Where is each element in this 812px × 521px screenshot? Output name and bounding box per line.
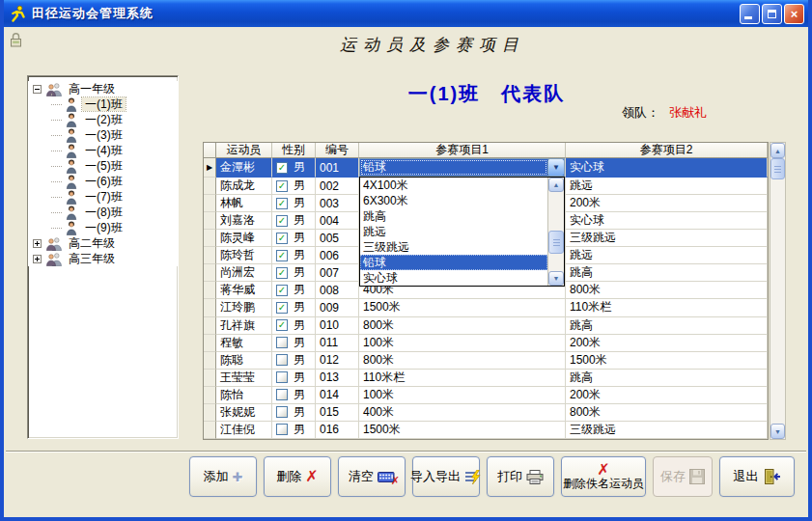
number-cell[interactable]: 016 — [316, 422, 359, 439]
table-row[interactable]: 孔祥旗✓男010800米跳高 — [204, 317, 768, 335]
clear-button[interactable]: 清空✗ — [338, 456, 406, 497]
tree-node-class[interactable]: 一(2)班 — [28, 112, 178, 127]
gender-cell[interactable]: ✓男 — [272, 299, 316, 316]
dropdown-scroll-thumb[interactable] — [548, 231, 564, 254]
gender-cell[interactable]: 男 — [272, 422, 316, 439]
col-number[interactable]: 编号 — [316, 143, 359, 158]
number-cell[interactable]: 012 — [316, 352, 359, 370]
event2-cell[interactable]: 三级跳远 — [566, 422, 768, 439]
athlete-name-cell[interactable]: 陈成龙 — [216, 178, 272, 195]
table-row[interactable]: 陈聪男012800米1500米 — [204, 352, 768, 370]
gender-checkbox[interactable] — [276, 354, 288, 366]
gender-checkbox[interactable]: ✓ — [276, 250, 288, 261]
gender-checkbox[interactable] — [276, 389, 288, 400]
event2-cell[interactable]: 跳高 — [566, 264, 768, 282]
athlete-name-cell[interactable]: 程敏 — [216, 335, 272, 352]
athlete-name-cell[interactable]: 江佳倪 — [216, 422, 272, 439]
athlete-name-cell[interactable]: 蒋华威 — [216, 282, 272, 299]
gender-checkbox[interactable]: ✓ — [276, 285, 288, 296]
maximize-button[interactable] — [762, 4, 782, 24]
col-event1[interactable]: 参赛项目1 — [359, 143, 566, 158]
event2-cell[interactable]: 实心球 — [566, 158, 768, 178]
gender-cell[interactable]: ✓男 — [272, 158, 316, 178]
number-cell[interactable]: 010 — [316, 317, 359, 335]
athlete-name-cell[interactable]: 王莹莹 — [216, 370, 272, 387]
athlete-name-cell[interactable]: 陈怡 — [216, 387, 272, 404]
gender-checkbox[interactable]: ✓ — [276, 198, 288, 209]
table-row[interactable]: 陈怡男014100米200米 — [204, 387, 768, 404]
dropdown-option[interactable]: 三级跳远 — [360, 239, 547, 255]
col-event2[interactable]: 参赛项目2 — [566, 143, 768, 158]
gender-cell[interactable]: ✓男 — [272, 247, 316, 264]
table-row[interactable]: 程敏男011100米200米 — [204, 335, 768, 352]
gender-checkbox[interactable]: ✓ — [276, 302, 288, 314]
athlete-name-cell[interactable]: 张妮妮 — [216, 404, 272, 422]
exit-button[interactable]: 退出 — [719, 456, 795, 497]
combobox-arrow-icon[interactable]: ▼ — [547, 159, 564, 176]
close-button[interactable]: × — [784, 4, 804, 24]
gender-cell[interactable]: 男 — [272, 352, 316, 370]
athlete-name-cell[interactable]: 陈灵峰 — [216, 230, 272, 247]
print-button[interactable]: 打印 — [487, 456, 554, 497]
add-button[interactable]: 添加✚ — [189, 456, 257, 497]
gender-cell[interactable]: ✓男 — [272, 230, 316, 247]
gender-cell[interactable]: ✓男 — [272, 212, 316, 230]
event1-combobox[interactable]: 铅球▼ — [359, 158, 565, 177]
expand-icon[interactable] — [33, 239, 42, 248]
table-row[interactable]: ▶金潭彬✓男001铅球▼实心球 — [204, 158, 768, 178]
table-row[interactable]: 张妮妮男015400米800米 — [204, 404, 768, 422]
athlete-name-cell[interactable]: 江玲鹏 — [216, 299, 272, 316]
gender-checkbox[interactable] — [276, 371, 288, 383]
event2-cell[interactable]: 跳高 — [566, 317, 768, 335]
athlete-name-cell[interactable]: 陈聪 — [216, 352, 272, 370]
athlete-name-cell[interactable]: 刘嘉洛 — [216, 212, 272, 230]
event2-cell[interactable]: 1500米 — [566, 352, 768, 370]
combobox-value[interactable]: 铅球 — [360, 159, 547, 176]
scroll-down-icon[interactable]: ▼ — [770, 424, 785, 439]
dropdown-scroll-up-icon[interactable]: ▲ — [548, 178, 564, 192]
gender-cell[interactable]: 男 — [272, 335, 316, 352]
event2-cell[interactable]: 三级跳远 — [566, 230, 768, 247]
number-cell[interactable]: 014 — [316, 387, 359, 404]
tree-node-class[interactable]: 一(5)班 — [28, 158, 178, 174]
event2-cell[interactable]: 200米 — [566, 387, 768, 404]
gender-cell[interactable]: ✓男 — [272, 282, 316, 299]
dropdown-scroll-track[interactable] — [548, 192, 564, 271]
col-gender[interactable]: 性别 — [272, 143, 316, 158]
tree-node-grade-2[interactable]: 高二年级 — [28, 235, 178, 251]
delete-unnamed-button[interactable]: ✗删除佚名运动员 — [561, 456, 646, 497]
dropdown-scrollbar[interactable]: ▲ ▼ — [547, 178, 564, 286]
tree-node-class[interactable]: 一(6)班 — [28, 174, 178, 189]
dropdown-option[interactable]: 跳高 — [360, 208, 547, 224]
event2-cell[interactable]: 跳远 — [566, 178, 768, 195]
dropdown-option[interactable]: 6X300米 — [360, 193, 547, 208]
tree-node-class[interactable]: 一(7)班 — [28, 189, 178, 205]
athlete-name-cell[interactable]: 尚洲宏 — [216, 264, 272, 282]
gender-cell[interactable]: ✓男 — [272, 317, 316, 335]
number-cell[interactable]: 008 — [316, 282, 359, 299]
event2-cell[interactable]: 110米栏 — [566, 299, 768, 316]
table-row[interactable]: 江佳倪男0161500米三级跳远 — [204, 422, 768, 439]
event1-cell[interactable]: 100米 — [359, 387, 566, 404]
event2-cell[interactable]: 实心球 — [566, 212, 768, 230]
table-row[interactable]: 王莹莹男013110米栏跳高 — [204, 370, 768, 387]
athlete-name-cell[interactable]: 陈玲哲 — [216, 247, 272, 264]
tree-node-class[interactable]: 一(1)班 — [28, 96, 178, 112]
table-scrollbar[interactable]: ▲ ▼ — [770, 142, 786, 440]
tree-node-class[interactable]: 一(4)班 — [28, 143, 178, 158]
gender-cell[interactable]: 男 — [272, 404, 316, 422]
expand-icon[interactable] — [33, 255, 42, 263]
import-export-button[interactable]: 导入导出 — [412, 456, 480, 497]
event1-cell[interactable]: 110米栏 — [359, 370, 566, 387]
number-cell[interactable]: 004 — [316, 212, 359, 230]
tree-node-class[interactable]: 一(3)班 — [28, 127, 178, 143]
gender-checkbox[interactable]: ✓ — [276, 162, 288, 174]
gender-checkbox[interactable]: ✓ — [276, 267, 288, 279]
gender-checkbox[interactable]: ✓ — [276, 215, 288, 227]
event1-cell[interactable]: 800米 — [359, 352, 566, 370]
number-cell[interactable]: 015 — [316, 404, 359, 422]
number-cell[interactable]: 005 — [316, 230, 359, 247]
dropdown-option[interactable]: 铅球 — [360, 255, 547, 270]
gender-cell[interactable]: ✓男 — [272, 178, 316, 195]
minimize-button[interactable] — [740, 4, 760, 24]
